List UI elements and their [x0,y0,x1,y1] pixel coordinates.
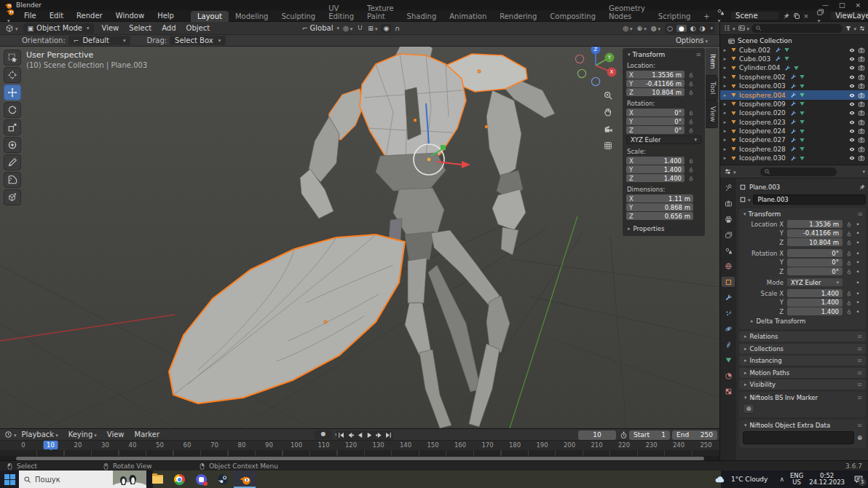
dimensions-y-field[interactable]: Y0.868 m [626,203,693,211]
outliner-item-selected[interactable]: ▸Icosphere.004 [720,90,868,99]
tab-texture-paint[interactable]: Texture Paint [360,3,401,22]
collapse-icon[interactable]: ▾ [743,211,746,217]
lock-icon[interactable] [688,166,694,173]
object-name[interactable]: Icosphere.003 [739,82,786,90]
hide-eye-icon[interactable] [848,82,856,90]
properties-subpanel-header[interactable]: ▸Properties [626,225,701,232]
menu-playback[interactable]: Playback▾ [17,430,63,438]
object-name[interactable]: Cube.003 [739,55,770,63]
frame-end-field[interactable]: End250 [672,430,717,440]
add-workspace-button[interactable]: + [697,11,716,22]
delete-scene-icon[interactable]: × [803,12,809,20]
viewport-canvas[interactable]: User Perspective (10) Scene Collection |… [0,47,719,428]
lock-icon[interactable] [688,80,694,87]
hide-eye-icon[interactable] [848,109,856,117]
options-dropdown[interactable]: Options▾ [676,36,714,44]
tab-material[interactable] [722,371,735,381]
outliner-item[interactable]: ▸Icosphere.003 [720,82,868,90]
animate-dot[interactable]: • [854,229,861,237]
rotation-mode-dropdown[interactable]: XYZ Euler▾ [787,278,843,286]
snap-settings-dropdown[interactable]: ⊞▾ [368,25,377,32]
outliner-item[interactable]: ▸Icosphere.030 [720,154,868,162]
play-button[interactable] [365,430,374,440]
outliner-item[interactable]: ▸Icosphere.023 [720,118,868,127]
add-extra-data-button[interactable]: ⊕ [857,434,862,441]
hide-eye-icon[interactable] [848,64,856,71]
object-name[interactable]: Cube.002 [739,47,770,54]
object-name[interactable]: Icosphere.028 [739,146,786,153]
timeline-ruler[interactable]: 0 20 30 40 50 60 70 80 90 100 110 120 13… [0,441,719,450]
view-layer-selector[interactable]: ViewLayer [830,11,868,20]
menu-edit[interactable]: Edit [43,12,70,20]
animate-dot[interactable]: • [854,308,861,315]
properties-editor-icon[interactable]: ▾ [724,168,736,176]
show-object-types-dropdown[interactable]: ◎▾ [623,25,632,32]
proportional-falloff-icon[interactable]: ∩ [395,25,400,32]
new-scene-icon[interactable] [793,12,800,20]
animate-dot[interactable]: • [854,299,861,306]
prev-keyframe-button[interactable] [346,430,355,440]
taskbar-explorer[interactable] [146,471,168,488]
shading-wireframe-icon[interactable]: ○ [667,25,673,32]
scale-y-field[interactable]: 1.400 [787,299,843,307]
snap-magnet-icon[interactable] [356,24,364,33]
proportional-editing-icon[interactable]: ◉ [381,24,391,33]
mode-dropdown[interactable]: ▣Object Mode▾ [23,23,94,34]
scale-z-field[interactable]: 1.400 [787,307,843,315]
collection-name[interactable]: Scene Collection [738,37,792,44]
menu-marker[interactable]: Marker [130,430,165,438]
scale-y-field[interactable]: Y1.400 [626,165,684,173]
zoom-icon[interactable] [601,89,615,102]
panel-menu-icon[interactable]: ≡ [695,51,701,58]
show-gizmos-dropdown[interactable]: ⊕▾ [637,25,647,32]
motion-paths-panel[interactable]: ▸Motion Paths≡ [739,368,866,378]
tab-world[interactable] [722,261,735,272]
rotate-tool[interactable] [4,102,21,118]
rotation-x-field[interactable]: 0° [787,249,843,257]
animate-dot[interactable]: • [854,259,861,266]
move-tool[interactable] [4,84,21,101]
animate-dot[interactable]: • [854,239,861,246]
collapse-icon[interactable]: ▾ [744,395,747,401]
location-z-field[interactable]: Z10.804 m [626,88,684,96]
shading-material-icon[interactable]: ◐ [690,25,696,32]
shading-solid-icon[interactable]: ● [676,25,687,32]
hide-eye-icon[interactable] [848,136,856,143]
expand-icon[interactable]: ▸ [722,83,728,89]
hide-eye-icon[interactable] [848,92,856,99]
outliner-item[interactable]: ▸Cube.002 [720,45,868,54]
tab-scene[interactable] [722,245,735,256]
object-name[interactable]: Icosphere.024 [739,127,786,135]
lock-icon[interactable] [846,259,852,266]
lock-icon[interactable] [846,250,852,257]
animate-dot[interactable]: • [854,250,861,257]
tab-tool-props[interactable] [722,183,735,193]
frame-start-field[interactable]: Start1 [629,430,670,440]
expand-icon[interactable]: ▸ [722,128,728,134]
expand-icon[interactable]: ▸ [722,74,728,80]
hide-eye-icon[interactable] [848,55,856,63]
scale-x-field[interactable]: 1.400 [787,289,843,297]
rotation-y-field[interactable]: Y0° [626,117,684,125]
hide-eye-icon[interactable] [848,101,856,108]
collapse-icon[interactable]: ▾ [628,52,631,58]
hide-eye-icon[interactable] [848,47,856,54]
tray-expand-icon[interactable]: ∧ [779,476,784,483]
dimensions-z-field[interactable]: Z0.656 m [626,212,693,220]
object-type-icon[interactable]: ▾ [739,196,751,204]
visibility-panel[interactable]: ▸Visibility≡ [739,379,866,390]
perspective-toggle-icon[interactable] [601,139,615,152]
disable-render-icon[interactable] [858,119,865,126]
scale-tool[interactable] [4,119,21,135]
lock-icon[interactable] [688,89,694,96]
tab-animation[interactable]: Animation [443,11,493,22]
taskbar-blender[interactable] [234,471,256,488]
clock[interactable]: 0:5224.12.2023 [809,473,845,486]
lock-icon[interactable] [688,157,694,165]
rotation-z-field[interactable]: Z0° [626,126,684,134]
expand-icon[interactable]: ▸ [722,137,728,143]
menu-render[interactable]: Render [70,12,109,20]
expand-icon[interactable]: ▸ [722,47,728,53]
disable-render-icon[interactable] [858,55,865,63]
tab-render[interactable] [722,199,735,209]
